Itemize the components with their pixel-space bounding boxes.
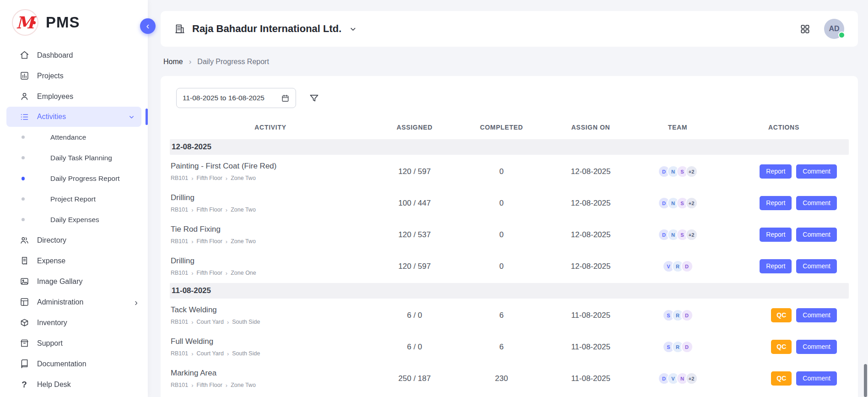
bullet-dot bbox=[22, 136, 25, 139]
administration-icon bbox=[19, 297, 29, 307]
comment-button[interactable]: Comment bbox=[796, 196, 837, 210]
team-avatar: D bbox=[681, 309, 693, 321]
user-avatar[interactable]: AD bbox=[824, 19, 844, 39]
table-row: Full WeldingRB101›Court Yard›South Side6… bbox=[170, 331, 849, 363]
qc-button[interactable]: QC bbox=[771, 308, 792, 322]
filter-icon[interactable] bbox=[309, 93, 319, 103]
path-segment: Fifth Floor bbox=[197, 175, 222, 181]
completed-value: 0 bbox=[458, 230, 545, 239]
company-name: Raja Bahadur International Ltd. bbox=[192, 23, 341, 35]
report-button[interactable]: Report bbox=[760, 228, 792, 242]
table-row: Tack WeldingRB101›Court Yard›South Side6… bbox=[170, 299, 849, 331]
sidebar-subitem-attendance[interactable]: Attendance bbox=[0, 127, 148, 147]
apps-grid-icon[interactable] bbox=[800, 24, 810, 34]
activity-location-path: RB101›Fifth Floor›Zone Two bbox=[171, 175, 371, 181]
sidebar-item-administration[interactable]: Administration › bbox=[0, 292, 148, 312]
team-avatar: D bbox=[681, 260, 693, 272]
bullet-dot bbox=[22, 197, 25, 201]
vertical-scrollbar[interactable] bbox=[864, 364, 867, 397]
bullet-dot bbox=[22, 177, 25, 180]
sidebar-item-expense[interactable]: Expense bbox=[0, 250, 148, 271]
app-name: PMS bbox=[46, 14, 80, 31]
comment-button[interactable]: Comment bbox=[796, 371, 837, 386]
path-segment: RB101 bbox=[171, 350, 188, 357]
assigned-value: 6 / 0 bbox=[371, 311, 458, 320]
qc-button[interactable]: QC bbox=[771, 371, 792, 386]
sidebar-item-support[interactable]: Support bbox=[0, 333, 148, 353]
team-overflow-badge: +2 bbox=[685, 228, 698, 241]
team-cell: SRD bbox=[636, 309, 719, 321]
qc-button[interactable]: QC bbox=[771, 340, 792, 354]
activities-submenu: Attendance Daily Task Planning Daily Pro… bbox=[0, 127, 148, 230]
sidebar-item-activities[interactable]: Activities bbox=[6, 107, 141, 127]
comment-button[interactable]: Comment bbox=[796, 259, 837, 273]
path-separator-icon: › bbox=[191, 207, 193, 213]
actions-cell: ReportComment bbox=[719, 196, 849, 210]
path-segment: RB101 bbox=[171, 238, 188, 245]
sidebar-item-inventory[interactable]: Inventory bbox=[0, 312, 148, 333]
sidebar-item-label: Help Desk bbox=[37, 381, 71, 389]
path-separator-icon: › bbox=[191, 175, 193, 181]
path-separator-icon: › bbox=[227, 351, 229, 357]
sidebar-subitem-label: Daily Task Planning bbox=[50, 154, 112, 162]
sidebar-item-help-desk[interactable]: ? Help Desk bbox=[0, 374, 148, 395]
breadcrumb-home[interactable]: Home bbox=[163, 58, 183, 66]
path-separator-icon: › bbox=[226, 382, 227, 388]
company-selector[interactable]: Raja Bahadur International Ltd. bbox=[174, 23, 357, 35]
date-group-header: 11-08-2025 bbox=[170, 283, 849, 299]
actions-cell: ReportComment bbox=[719, 259, 849, 273]
team-cell: DVN+2 bbox=[636, 372, 719, 385]
logo-mark-icon: M bbox=[12, 9, 38, 36]
sidebar-item-projects[interactable]: Projects bbox=[0, 65, 148, 86]
assign-on-value: 12-08-2025 bbox=[545, 230, 636, 239]
sidebar-item-directory[interactable]: Directory bbox=[0, 230, 148, 250]
comment-button[interactable]: Comment bbox=[796, 340, 837, 354]
chevron-down-icon bbox=[349, 25, 357, 33]
assigned-value: 120 / 597 bbox=[371, 262, 458, 271]
actions-cell: QCComment bbox=[719, 340, 849, 354]
sidebar-subitem-project-report[interactable]: Project Report bbox=[0, 189, 148, 209]
sidebar-item-image-gallery[interactable]: Image Gallary bbox=[0, 271, 148, 292]
date-group-header: 12-08-2025 bbox=[170, 139, 849, 155]
actions-cell: ReportComment bbox=[719, 164, 849, 179]
path-segment: Court Yard bbox=[197, 350, 224, 357]
sidebar-subitem-daily-progress-report[interactable]: Daily Progress Report bbox=[0, 168, 148, 189]
help-icon: ? bbox=[19, 380, 29, 390]
activities-icon bbox=[19, 112, 29, 122]
path-segment: Zone Two bbox=[231, 238, 256, 245]
path-segment: RB101 bbox=[171, 270, 188, 276]
column-header-assigned: ASSIGNED bbox=[371, 124, 458, 131]
comment-button[interactable]: Comment bbox=[796, 228, 837, 242]
team-cell: DNS+2 bbox=[636, 197, 719, 209]
activity-location-path: RB101›Fifth Floor›Zone Two bbox=[171, 382, 371, 388]
comment-button[interactable]: Comment bbox=[796, 164, 837, 179]
report-button[interactable]: Report bbox=[760, 259, 792, 273]
activity-cell: Tie Rod FixingRB101›Fifth Floor›Zone Two bbox=[170, 225, 371, 245]
sidebar-subitem-daily-expenses[interactable]: Daily Expenses bbox=[0, 209, 148, 230]
sidebar-subitem-daily-task-planning[interactable]: Daily Task Planning bbox=[0, 147, 148, 168]
sidebar-item-dashboard[interactable]: Dashboard bbox=[0, 45, 148, 65]
date-range-input[interactable]: 11-08-2025 to 16-08-2025 bbox=[176, 88, 296, 108]
sidebar: M PMS Dashboard Projects Employees bbox=[0, 0, 148, 397]
completed-value: 6 bbox=[458, 311, 545, 320]
path-separator-icon: › bbox=[227, 319, 229, 325]
activity-cell: Tack WeldingRB101›Court Yard›South Side bbox=[170, 305, 371, 325]
sidebar-collapse-button[interactable]: ‹ bbox=[140, 18, 156, 34]
comment-button[interactable]: Comment bbox=[796, 308, 837, 322]
report-button[interactable]: Report bbox=[760, 164, 792, 179]
path-segment: Zone Two bbox=[231, 175, 256, 181]
sidebar-item-employees[interactable]: Employees bbox=[0, 86, 148, 107]
main-area: Raja Bahadur International Ltd. AD Home … bbox=[148, 0, 868, 397]
report-button[interactable]: Report bbox=[760, 196, 792, 210]
column-header-activity: ACTIVITY bbox=[170, 124, 371, 131]
activity-title: Marking Area bbox=[171, 369, 371, 378]
activity-title: Tie Rod Fixing bbox=[171, 225, 371, 234]
sidebar-item-label: Expense bbox=[37, 257, 65, 265]
activity-location-path: RB101›Court Yard›South Side bbox=[171, 350, 371, 357]
completed-value: 0 bbox=[458, 167, 545, 176]
support-icon bbox=[19, 338, 29, 348]
team-avatar: D bbox=[681, 341, 693, 353]
sidebar-item-documentation[interactable]: Documentation bbox=[0, 353, 148, 374]
activity-title: Drilling bbox=[171, 193, 371, 202]
activity-location-path: RB101›Fifth Floor›Zone Two bbox=[171, 207, 371, 213]
